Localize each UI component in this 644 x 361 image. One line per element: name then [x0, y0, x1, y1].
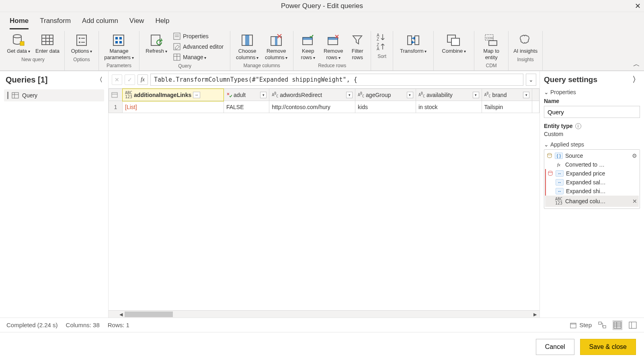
- sort-asc-button[interactable]: AZ: [377, 33, 387, 41]
- diagram-view-button[interactable]: [597, 320, 607, 330]
- type-text-icon: ABC: [418, 92, 425, 98]
- delete-step-button[interactable]: ✕: [632, 198, 637, 204]
- ribbon-tabs: Home Transform Add column View Help: [0, 12, 644, 29]
- transform-button[interactable]: Transform: [396, 31, 430, 56]
- gear-icon[interactable]: ⚙: [632, 153, 637, 159]
- get-data-button[interactable]: Get data: [5, 31, 32, 56]
- query-indicator-icon: [7, 92, 8, 99]
- formula-expand-button[interactable]: ⌄: [526, 74, 536, 86]
- sort-desc-button[interactable]: ZA: [377, 42, 387, 51]
- tab-view[interactable]: View: [129, 14, 144, 29]
- column-header[interactable]: ABC adwordsRedirect ▾: [269, 89, 355, 101]
- enter-data-button[interactable]: Enter data: [34, 31, 61, 56]
- type-text-icon: ABC: [358, 92, 364, 98]
- applied-step[interactable]: ABC123 Changed colu… ✕: [545, 196, 639, 207]
- list-cell[interactable]: [List]: [125, 104, 137, 110]
- expand-column-button[interactable]: ↔: [193, 92, 200, 98]
- tab-home[interactable]: Home: [10, 14, 29, 29]
- options-button[interactable]: Options: [68, 31, 95, 56]
- remove-columns-icon: [269, 33, 283, 48]
- svg-rect-42: [415, 36, 419, 45]
- column-header[interactable]: adult ▾: [224, 89, 269, 101]
- column-filter-button[interactable]: ▾: [260, 92, 267, 98]
- scroll-left-button[interactable]: ◀: [117, 311, 125, 318]
- choose-columns-icon: [240, 33, 254, 48]
- schema-view-button[interactable]: [628, 320, 638, 330]
- column-filter-button[interactable]: ▾: [407, 92, 413, 98]
- expand-icon: ↔: [556, 179, 564, 186]
- transform-icon: [406, 33, 420, 48]
- scroll-thumb[interactable]: [125, 311, 173, 317]
- svg-rect-41: [408, 36, 412, 45]
- scroll-right-button[interactable]: ▶: [531, 311, 539, 318]
- type-text-icon: ABC: [272, 92, 278, 98]
- cancel-button[interactable]: Cancel: [536, 339, 574, 355]
- data-view-button[interactable]: [613, 320, 622, 330]
- info-icon[interactable]: i: [575, 123, 581, 129]
- window-title: Power Query - Edit queries: [281, 2, 363, 10]
- keep-rows-button[interactable]: Keep rows: [297, 31, 319, 62]
- settings-title: Query settings: [544, 75, 597, 84]
- table-row[interactable]: 1 [List] FALSE http://contoso.com/hury k…: [109, 101, 539, 113]
- tab-transform[interactable]: Transform: [40, 14, 71, 29]
- entity-type-label: Entity type: [544, 123, 573, 129]
- column-header[interactable]: ABC availability ▾: [416, 89, 482, 101]
- filter-rows-button[interactable]: Filter rows: [347, 31, 367, 62]
- applied-step[interactable]: ↔ Expanded shi…: [545, 187, 639, 196]
- formula-input[interactable]: Table.TransformColumnTypes(#"Expanded sh…: [150, 74, 523, 86]
- properties-icon: [173, 33, 180, 40]
- remove-columns-button[interactable]: Remove columns: [263, 31, 290, 62]
- query-name-input[interactable]: [544, 106, 640, 118]
- column-filter-button[interactable]: ▾: [473, 92, 479, 98]
- column-filter-button[interactable]: ▾: [523, 92, 529, 98]
- window-close-button[interactable]: ✕: [635, 2, 641, 10]
- manage-query-button[interactable]: Manage: [172, 53, 225, 62]
- settings-collapse-button[interactable]: 〉: [632, 74, 640, 85]
- column-filter-button[interactable]: ▾: [346, 92, 353, 98]
- table-small-icon: [173, 54, 180, 61]
- refresh-button[interactable]: Refresh: [143, 31, 170, 56]
- advanced-editor-button[interactable]: Advanced editor: [172, 42, 225, 51]
- tab-add-column[interactable]: Add column: [82, 14, 118, 29]
- name-label: Name: [544, 98, 640, 104]
- map-to-entity-button[interactable]: CDM Map to entity: [478, 31, 505, 62]
- column-header[interactable]: ABC brand ▾: [482, 89, 532, 101]
- applied-step[interactable]: fx Converted to …: [545, 160, 639, 169]
- applied-step[interactable]: { } Source ⚙: [545, 151, 639, 160]
- queries-collapse-button[interactable]: 〈: [96, 76, 103, 84]
- choose-columns-button[interactable]: Choose columns: [234, 31, 261, 62]
- row-number[interactable]: 1: [109, 101, 123, 113]
- horizontal-scrollbar[interactable]: ◀ ▶: [109, 310, 539, 318]
- status-bar: Completed (2.24 s) Columns: 38 Rows: 1 S…: [0, 318, 644, 332]
- ai-insights-button[interactable]: AI insights: [512, 31, 539, 56]
- chevron-down-icon: ⌄: [544, 141, 549, 148]
- save-close-button[interactable]: Save & close: [580, 339, 636, 355]
- column-header[interactable]: ABC ageGroup ▾: [355, 89, 416, 101]
- status-columns: Columns: 38: [66, 322, 100, 328]
- properties-button[interactable]: Properties: [172, 32, 225, 41]
- fx-button[interactable]: fx: [137, 74, 148, 85]
- formula-commit-button[interactable]: ✓: [125, 74, 135, 85]
- table-corner-button[interactable]: [109, 89, 123, 101]
- applied-step[interactable]: ↔ Expanded price: [545, 169, 639, 178]
- tab-help[interactable]: Help: [155, 14, 169, 29]
- formula-cancel-button[interactable]: ✕: [112, 74, 122, 85]
- properties-section-toggle[interactable]: ⌄Properties: [544, 89, 640, 95]
- applied-step[interactable]: ↔ Expanded sal…: [545, 178, 639, 187]
- svg-rect-32: [303, 37, 312, 40]
- formula-bar: ✕ ✓ fx Table.TransformColumnTypes(#"Expa…: [109, 71, 539, 89]
- svg-rect-13: [115, 37, 118, 39]
- remove-rows-button[interactable]: Remove rows: [321, 31, 346, 62]
- svg-rect-15: [115, 41, 118, 43]
- column-header-overflow: [532, 89, 539, 101]
- svg-text:A: A: [377, 47, 379, 51]
- applied-steps-toggle[interactable]: ⌄Applied steps: [544, 141, 640, 148]
- column-header[interactable]: ABC123 additionalImageLinks ↔: [123, 89, 224, 101]
- ribbon-collapse-button[interactable]: ︿: [633, 60, 640, 69]
- query-list-item[interactable]: Query: [4, 89, 104, 101]
- combine-button[interactable]: Combine: [437, 31, 471, 56]
- svg-text:Z: Z: [377, 37, 379, 41]
- step-indicator[interactable]: Step: [570, 322, 592, 329]
- manage-parameters-button[interactable]: Manage parameters: [102, 31, 136, 62]
- editor-center: ✕ ✓ fx Table.TransformColumnTypes(#"Expa…: [109, 71, 539, 318]
